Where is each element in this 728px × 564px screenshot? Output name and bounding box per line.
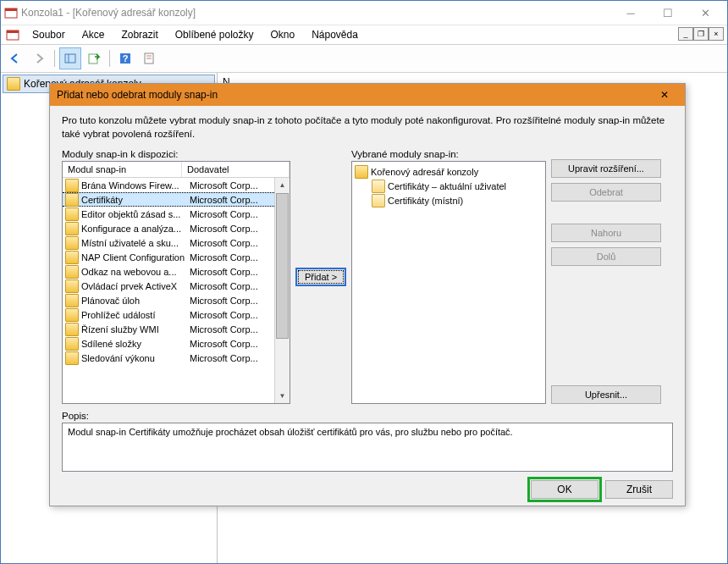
move-down-button: Dolů	[551, 247, 661, 266]
column-header-name[interactable]: Modul snap-in	[63, 162, 182, 177]
scroll-thumb[interactable]	[276, 193, 289, 339]
forward-button[interactable]	[28, 47, 50, 69]
mdi-minimize[interactable]: _	[678, 27, 693, 41]
available-list-row[interactable]: Místní uživatelé a sku...Microsoft Corp.…	[63, 235, 274, 250]
doc-icon	[6, 28, 19, 41]
available-list-row[interactable]: CertifikátyMicrosoft Corp...	[63, 192, 274, 207]
snapin-vendor: Microsoft Corp...	[190, 339, 272, 349]
available-list[interactable]: Modul snap-in Dodavatel Brána Windows Fi…	[62, 161, 290, 404]
maximize-button[interactable]: ☐	[649, 3, 687, 23]
snapin-name: Sdílené složky	[81, 339, 187, 349]
available-list-row[interactable]: Konfigurace a analýza...Microsoft Corp..…	[63, 221, 274, 235]
selected-tree[interactable]: Kořenový adresář konzoly Certifikáty – a…	[351, 161, 546, 404]
cancel-button[interactable]: Zrušit	[605, 480, 673, 499]
svg-rect-4	[65, 54, 75, 63]
selected-tree-root[interactable]: Kořenový adresář konzoly	[355, 164, 543, 179]
scroll-up-button[interactable]: ▲	[275, 178, 290, 192]
mdi-buttons: _ ❐ ×	[678, 27, 724, 41]
snapin-icon	[65, 222, 79, 235]
snapin-icon	[65, 279, 79, 293]
snapin-icon	[65, 308, 79, 322]
minimize-button[interactable]: ─	[612, 3, 649, 23]
selected-snapins-column: Vybrané moduly snap-in: Kořenový adresář…	[351, 149, 546, 404]
menu-help[interactable]: Nápověda	[304, 26, 366, 43]
available-snapins-column: Moduly snap-in k dispozici: Modul snap-i…	[62, 149, 290, 404]
snapin-name: Řízení služby WMI	[81, 324, 187, 335]
snapin-vendor: Microsoft Corp...	[190, 252, 272, 263]
toolbar-separator	[54, 50, 55, 67]
back-button[interactable]	[4, 47, 26, 69]
app-icon	[4, 6, 18, 19]
mdi-close[interactable]: ×	[709, 27, 724, 41]
export-button[interactable]	[83, 47, 105, 69]
menu-file[interactable]: Soubor	[25, 26, 73, 43]
edit-extensions-button[interactable]: Upravit rozšíření...	[551, 159, 661, 178]
selected-tree-item[interactable]: Certifikáty (místní)	[355, 193, 543, 207]
snapin-icon	[65, 265, 79, 279]
dialog-body: Pro tuto konzolu můžete vybrat moduly sn…	[50, 106, 685, 506]
snapin-name: Místní uživatelé a sku...	[81, 238, 187, 248]
snapin-icon	[65, 179, 79, 192]
menu-favorites[interactable]: Oblíbené položky	[168, 26, 262, 43]
close-button[interactable]: ✕	[687, 3, 724, 23]
dialog-intro-text: Pro tuto konzolu můžete vybrat moduly sn…	[62, 114, 673, 141]
dialog-titlebar: Přidat nebo odebrat moduly snap-in ✕	[50, 84, 685, 106]
snapin-name: Odkaz na webovou a...	[81, 267, 187, 277]
show-tree-button[interactable]	[59, 47, 81, 69]
snapin-vendor: Microsoft Corp...	[190, 224, 272, 234]
available-list-row[interactable]: Prohlížeč událostíMicrosoft Corp...	[63, 307, 274, 322]
add-button[interactable]: Přidat >	[295, 268, 346, 286]
properties-button[interactable]	[138, 47, 160, 69]
snapin-icon	[65, 236, 79, 250]
snapin-name: NAP Client Configuration	[81, 252, 187, 263]
snapin-name: Plánovač úloh	[81, 296, 187, 306]
available-list-row[interactable]: Sdílené složkyMicrosoft Corp...	[63, 336, 274, 351]
add-remove-snapin-dialog: Přidat nebo odebrat moduly snap-in ✕ Pro…	[49, 83, 686, 506]
snapin-icon	[65, 323, 79, 336]
available-list-row[interactable]: Editor objektů zásad s...Microsoft Corp.…	[63, 207, 274, 221]
snapin-vendor: Microsoft Corp...	[190, 267, 272, 277]
mdi-restore[interactable]: ❐	[693, 27, 709, 41]
certificate-icon	[372, 194, 385, 207]
ok-button[interactable]: OK	[531, 480, 598, 499]
dialog-title: Přidat nebo odebrat moduly snap-in	[57, 89, 218, 101]
snapin-name: Konfigurace a analýza...	[81, 224, 187, 234]
available-label: Moduly snap-in k dispozici:	[62, 149, 290, 159]
certificate-icon	[372, 180, 385, 193]
snapin-vendor: Microsoft Corp...	[190, 281, 272, 291]
available-list-row[interactable]: Sledování výkonuMicrosoft Corp...	[63, 351, 274, 365]
main-titlebar: Konzola1 - [Kořenový adresář konzoly] ─ …	[1, 1, 727, 25]
description-section: Popis: Modul snap-in Certifikáty umožňuj…	[62, 411, 673, 472]
selected-item-label: Certifikáty (místní)	[388, 196, 463, 206]
window-title: Konzola1 - [Kořenový adresář konzoly]	[21, 7, 196, 19]
dialog-close-button[interactable]: ✕	[651, 86, 678, 104]
snapin-vendor: Microsoft Corp...	[190, 353, 272, 363]
available-list-row[interactable]: Plánovač úlohMicrosoft Corp...	[63, 293, 274, 307]
selected-label: Vybrané moduly snap-in:	[351, 149, 546, 159]
toolbar: ?	[1, 45, 727, 73]
scroll-down-button[interactable]: ▼	[275, 389, 290, 403]
svg-text:?: ?	[123, 53, 129, 64]
main-window: Konzola1 - [Kořenový adresář konzoly] ─ …	[0, 0, 728, 564]
snapin-name: Prohlížeč událostí	[81, 310, 187, 320]
advanced-button[interactable]: Upřesnit...	[551, 385, 661, 404]
folder-icon	[355, 165, 368, 179]
available-list-row[interactable]: Řízení služby WMIMicrosoft Corp...	[63, 322, 274, 336]
available-list-header: Modul snap-in Dodavatel	[63, 162, 290, 178]
snapin-icon	[65, 294, 79, 307]
scrollbar[interactable]: ▲ ▼	[274, 178, 290, 403]
available-list-row[interactable]: Ovládací prvek ActiveXMicrosoft Corp...	[63, 279, 274, 293]
column-header-vendor[interactable]: Dodavatel	[182, 162, 290, 177]
menu-action[interactable]: Akce	[74, 26, 113, 43]
description-label: Popis:	[62, 411, 673, 421]
selected-tree-item[interactable]: Certifikáty – aktuální uživatel	[355, 179, 543, 193]
available-list-rows: Brána Windows Firew...Microsoft Corp...C…	[63, 178, 274, 403]
available-list-row[interactable]: Odkaz na webovou a...Microsoft Corp...	[63, 264, 274, 279]
available-list-row[interactable]: NAP Client ConfigurationMicrosoft Corp..…	[63, 250, 274, 264]
snapin-vendor: Microsoft Corp...	[190, 296, 272, 306]
snapin-icon	[65, 337, 79, 351]
menu-view[interactable]: Zobrazit	[113, 26, 165, 43]
menu-window[interactable]: Okno	[262, 26, 302, 43]
available-list-row[interactable]: Brána Windows Firew...Microsoft Corp...	[63, 178, 274, 192]
help-button[interactable]: ?	[114, 47, 136, 69]
